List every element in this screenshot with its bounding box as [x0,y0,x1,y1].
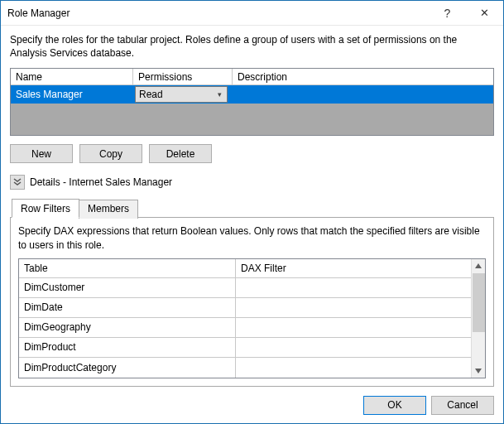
filter-grid-header: Table DAX Filter [19,259,471,278]
filter-grid-row[interactable]: DimCustomer [19,278,471,298]
tab-panel-row-filters: Specify DAX expressions that return Bool… [10,217,494,387]
column-header-description[interactable]: Description [233,69,493,84]
intro-text: Specify the roles for the tabular projec… [10,33,494,60]
table-cell: DimProduct [19,338,236,357]
chevron-down-icon: ▾ [212,87,227,102]
filter-grid: Table DAX Filter DimCustomer DimDate Dim… [19,259,471,378]
cancel-button[interactable]: Cancel [431,396,494,415]
vertical-scrollbar[interactable] [471,259,485,378]
scroll-down-button[interactable] [472,364,485,378]
table-cell: DimGeography [19,318,236,337]
scroll-track[interactable] [472,273,485,364]
permissions-dropdown[interactable]: Read ▾ [135,86,228,103]
tab-row-filters[interactable]: Row Filters [12,199,79,218]
filter-grid-row[interactable]: DimGeography [19,318,471,338]
ok-button[interactable]: OK [363,396,426,415]
column-header-permissions[interactable]: Permissions [133,69,233,84]
tab-strip: Row Filters Members [12,198,494,217]
new-button[interactable]: New [10,144,73,163]
content-area: Specify the roles for the tabular projec… [1,26,503,387]
svg-marker-1 [475,369,482,373]
table-cell: DimProductCategory [19,358,236,378]
dax-cell[interactable] [236,298,471,317]
filter-grid-row[interactable]: DimProductCategory [19,358,471,378]
roles-grid-body: Sales Manager Read ▾ [11,85,493,135]
column-header-table[interactable]: Table [19,259,236,277]
filter-grid-row[interactable]: DimDate [19,298,471,318]
chevron-down-double-icon [13,178,22,186]
help-button[interactable]: ? [429,1,466,25]
roles-grid-row[interactable]: Sales Manager Read ▾ [11,85,493,104]
close-button[interactable]: ✕ [466,1,503,25]
dax-cell[interactable] [236,338,471,357]
scroll-up-button[interactable] [472,259,485,273]
role-manager-dialog: Role Manager ? ✕ Specify the roles for t… [0,0,504,424]
role-actions: New Copy Delete [10,144,494,163]
svg-marker-0 [475,263,482,268]
delete-button[interactable]: Delete [149,144,212,163]
column-header-dax[interactable]: DAX Filter [236,259,471,277]
dax-cell[interactable] [236,318,471,337]
details-header: Details - Internet Sales Manager [10,175,494,190]
dax-cell[interactable] [236,358,471,378]
column-header-name[interactable]: Name [11,69,133,84]
caret-down-icon [475,369,482,373]
dialog-footer: OK Cancel [1,387,503,423]
roles-grid: Name Permissions Description Sales Manag… [10,68,494,136]
caret-up-icon [475,263,482,268]
panel-intro-text: Specify DAX expressions that return Bool… [18,224,486,251]
table-cell: DimDate [19,298,236,317]
tab-members[interactable]: Members [79,200,138,219]
table-cell: DimCustomer [19,278,236,297]
permissions-value: Read [139,89,163,100]
filter-grid-row[interactable]: DimProduct [19,338,471,358]
copy-button[interactable]: Copy [79,144,142,163]
role-name-cell[interactable]: Sales Manager [16,89,83,100]
expander-button[interactable] [10,175,25,190]
details-label: Details - Internet Sales Manager [30,176,172,188]
window-title: Role Manager [7,7,429,19]
titlebar: Role Manager ? ✕ [1,1,503,26]
roles-grid-header: Name Permissions Description [11,69,493,85]
filter-grid-wrap: Table DAX Filter DimCustomer DimDate Dim… [18,258,486,378]
scroll-thumb[interactable] [473,273,485,332]
dax-cell[interactable] [236,278,471,297]
